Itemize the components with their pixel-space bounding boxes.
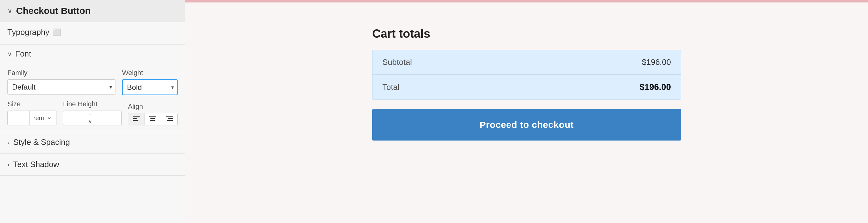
subtotal-label: Subtotal [382,58,412,67]
svg-rect-8 [167,120,173,121]
lineheight-label: Line Height [63,100,122,108]
cart-table: Subtotal $196.00 Total $196.00 [372,50,681,100]
family-weight-row: Family Default Weight Thin Light Regular… [7,69,178,95]
align-right-icon [166,117,173,122]
align-center-btn[interactable] [145,114,161,125]
checkout-button[interactable]: Proceed to checkout [372,109,681,140]
left-panel: ∨ Checkout Button Typography ⬜ ∨ Font Fa… [0,0,185,223]
panel-title: Checkout Button [16,6,91,16]
text-shadow-title: Text Shadow [13,160,59,169]
font-weight-col: Weight Thin Light Regular Bold Extra Bol… [122,69,178,95]
align-left-btn[interactable] [128,114,145,125]
total-label: Total [382,83,399,92]
main-content: Cart totals Subtotal $196.00 Total $196.… [185,0,868,223]
font-title: Font [15,49,31,59]
font-family-col: Family Default [7,69,116,95]
cart-totals-title: Cart totals [372,27,681,40]
cart-totals-container: Cart totals Subtotal $196.00 Total $196.… [372,27,681,204]
size-input-wrapper: rem px em [7,110,57,125]
font-controls: Family Default Weight Thin Light Regular… [0,63,185,131]
align-label: Align [128,102,178,110]
top-bar [185,0,868,2]
typography-section: Typography ⬜ [0,22,185,45]
monitor-icon: ⬜ [53,28,61,36]
style-spacing-section: › Style & Spacing [0,131,185,154]
font-family-select[interactable]: Default [7,79,116,95]
lineheight-input-wrapper: − ∨ [63,110,122,125]
typography-label: Typography ⬜ [7,28,178,37]
svg-rect-6 [166,117,173,117]
size-label: Size [7,100,57,108]
align-left-icon [133,117,140,122]
subtotal-row: Subtotal $196.00 [373,50,681,75]
align-center-icon [149,117,156,122]
collapse-chevron[interactable]: ∨ [7,7,12,15]
total-row: Total $196.00 [373,75,681,99]
svg-rect-7 [168,118,173,119]
size-unit-select[interactable]: rem px em [29,111,52,125]
svg-rect-5 [150,120,155,121]
weight-select-wrapper: Thin Light Regular Bold Extra Bold [122,79,178,95]
svg-rect-1 [133,118,137,119]
panel-header: ∨ Checkout Button [0,0,185,22]
typography-text: Typography [7,28,50,37]
font-subsection-header[interactable]: ∨ Font [0,45,185,63]
lineheight-down-btn[interactable]: ∨ [85,118,95,125]
line-height-col: Line Height − ∨ [63,100,122,125]
weight-label: Weight [122,69,178,77]
content-area: Cart totals Subtotal $196.00 Total $196.… [185,2,868,223]
style-spacing-header[interactable]: › Style & Spacing [0,131,185,153]
svg-rect-0 [133,117,140,117]
svg-rect-4 [150,118,155,119]
total-value: $196.00 [640,82,671,92]
subtotal-value: $196.00 [642,58,671,67]
svg-rect-2 [133,120,138,121]
align-col: Align [128,102,178,125]
style-spacing-chevron: › [7,139,9,146]
font-size-col: Size rem px em [7,100,57,125]
family-select-wrapper: Default [7,79,116,95]
size-input[interactable] [8,111,29,125]
text-shadow-header[interactable]: › Text Shadow [0,154,185,176]
text-shadow-chevron: › [7,161,9,168]
lineheight-input[interactable] [63,111,85,125]
lineheight-controls: − ∨ [85,111,95,125]
svg-rect-3 [149,117,156,117]
align-buttons-group [128,113,178,125]
font-chevron: ∨ [7,50,12,58]
style-spacing-title: Style & Spacing [13,137,70,147]
size-lineheight-align-row: Size rem px em Line Height − ∨ [7,100,178,125]
lineheight-up-btn[interactable]: − [85,111,95,118]
family-label: Family [7,69,116,77]
text-shadow-section: › Text Shadow [0,154,185,176]
font-weight-select[interactable]: Thin Light Regular Bold Extra Bold [122,79,178,95]
align-right-btn[interactable] [161,114,177,125]
